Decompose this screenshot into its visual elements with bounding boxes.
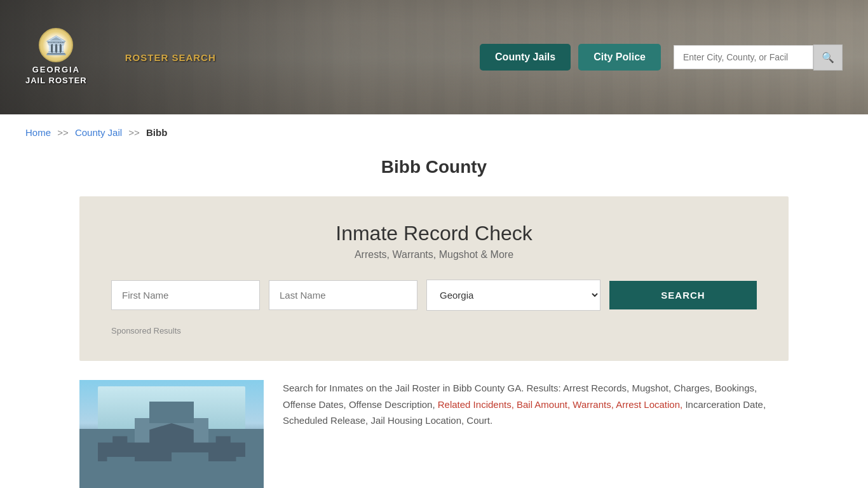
logo-line1: GEORGIA xyxy=(25,65,87,76)
last-name-input[interactable] xyxy=(269,280,417,310)
logo-line2: JAIL ROSTER xyxy=(25,76,87,86)
building-image xyxy=(79,380,264,488)
nav-buttons: County Jails City Police xyxy=(480,44,661,71)
highlight-text: Related Incidents, Bail Amount, Warrants… xyxy=(438,399,682,410)
state-select[interactable]: AlabamaAlaskaArizonaArkansasCaliforniaCo… xyxy=(426,280,600,311)
inmate-search-button[interactable]: SEARCH xyxy=(609,281,757,309)
breadcrumb-county-jail[interactable]: County Jail xyxy=(75,127,122,138)
header-search-input[interactable] xyxy=(674,45,813,69)
search-icon: 🔍 xyxy=(822,52,834,63)
inmate-section-subtitle: Arrests, Warrants, Mugshot & More xyxy=(111,249,757,261)
inmate-record-section: Inmate Record Check Arrests, Warrants, M… xyxy=(79,196,789,361)
breadcrumb: Home >> County Jail >> Bibb xyxy=(0,114,868,151)
georgia-seal: 🏛️ xyxy=(39,28,73,62)
logo-text: GEORGIA JAIL ROSTER xyxy=(25,65,87,86)
seal-icon: 🏛️ xyxy=(45,35,67,56)
sponsored-results-label: Sponsored Results xyxy=(111,326,757,336)
county-jails-button[interactable]: County Jails xyxy=(480,44,571,71)
description-text: Search for Inmates on the Jail Roster in… xyxy=(283,380,789,429)
roster-search-link[interactable]: ROSTER SEARCH xyxy=(125,52,216,63)
breadcrumb-sep2: >> xyxy=(128,127,140,138)
breadcrumb-home[interactable]: Home xyxy=(25,127,51,138)
inmate-section-title: Inmate Record Check xyxy=(111,222,757,245)
header-search-button[interactable]: 🔍 xyxy=(813,44,843,71)
site-header: 🏛️ GEORGIA JAIL ROSTER ROSTER SEARCH Cou… xyxy=(0,0,868,114)
page-title: Bibb County xyxy=(0,157,868,177)
first-name-input[interactable] xyxy=(111,280,260,310)
inmate-search-form: AlabamaAlaskaArizonaArkansasCaliforniaCo… xyxy=(111,280,757,311)
bottom-section: Search for Inmates on the Jail Roster in… xyxy=(0,361,868,488)
city-police-button[interactable]: City Police xyxy=(578,44,661,71)
header-search-bar: 🔍 xyxy=(674,44,843,71)
logo-area: 🏛️ GEORGIA JAIL ROSTER xyxy=(25,28,87,86)
breadcrumb-current: Bibb xyxy=(146,127,167,138)
breadcrumb-sep1: >> xyxy=(57,127,69,138)
